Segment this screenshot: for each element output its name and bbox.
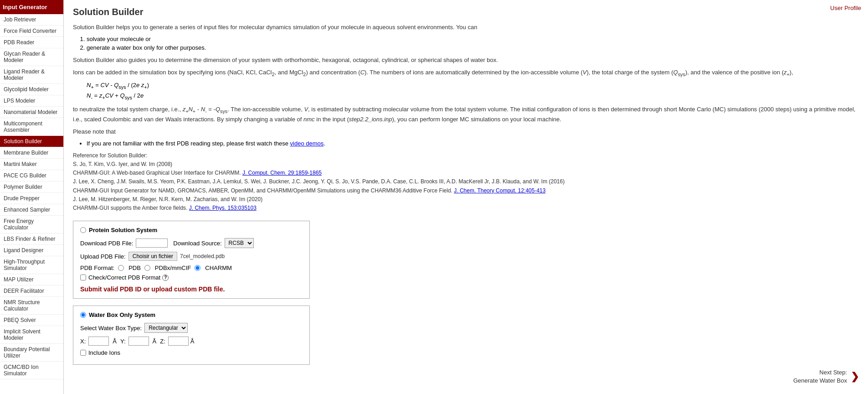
sidebar-item-ligand-designer[interactable]: Ligand Designer [0,245,63,256]
download-pdb-input[interactable] [136,238,168,248]
sidebar-item-gcmc-bd-ion-simulator[interactable]: GCMC/BD Ion Simulator [0,362,63,379]
ref2-authors: J. Lee, X. Cheng, J.M. Swails, M.S. Yeom… [73,177,859,186]
error-text: Submit valid PDB ID or upload custom PDB… [80,285,303,293]
protein-solution-radio[interactable] [80,227,86,233]
water-box-label: Water Box Only System [80,311,303,318]
upload-file-name: 7cel_modeled.pdb [180,253,225,259]
next-step-button[interactable]: Next Step: Generate Water Box ❯ [793,368,859,385]
ref2-link[interactable]: J. Chem. Theory Comput. 12:405-413 [454,187,545,194]
intro-line3: Ions can be added in the simulation box … [73,68,859,78]
neutralize-text: to neutralize the total system charge, i… [73,105,859,124]
upload-pdb-row: Upload PDB File: Choisir un fichier 7cel… [80,252,303,261]
y-label: Y: [120,338,126,345]
format-label: PDB Format: [80,264,114,271]
sidebar-item-membrane-builder[interactable]: Membrane Builder [0,147,63,159]
note-list-item: If you are not familiar with the first P… [87,140,859,147]
water-box-radio[interactable] [80,312,86,318]
water-box-only-box: Water Box Only System Select Water Box T… [73,306,310,365]
format-row: PDB Format: PDB PDBx/mmCIF CHARMM [80,264,303,271]
math-item-2: N- = z+CV + Qsys / 2e [87,92,859,100]
check-format-row: Check/Correct PDB Format ? [80,274,303,281]
download-source-select[interactable]: RCSB PDBe PDBj [225,238,254,248]
sidebar-item-deer-facilitator[interactable]: DEER Facilitator [0,285,63,297]
intro-line1: Solution Builder helps you to generate a… [73,23,859,32]
download-pdb-label: Download PDB File: [80,240,133,247]
sidebar-item-map-utilizer[interactable]: MAP Utilizer [0,274,63,285]
intro-list-item-1: solvate your molecule or [87,36,859,42]
x-label: X: [80,338,86,345]
check-format-label: Check/Correct PDB Format [88,274,160,281]
sidebar-item-ligand-reader-modeler[interactable]: Ligand Reader & Modeler [0,66,63,84]
sidebar-item-glycolipid-modeler[interactable]: Glycolipid Modeler [0,84,63,95]
water-box-type-label: Select Water Box Type: [80,325,142,332]
x-angstrom: Å [113,338,117,345]
ref2-line: CHARMM-GUI Input Generator for NAMD, GRO… [73,187,859,195]
sidebar-item-boundary-potential-utilizer[interactable]: Boundary Potential Utilizer [0,344,63,362]
format-pdbxmmcif-label: PDBx/mmCIF [155,264,191,271]
ref1-authors: S. Jo, T. Kim, V.G. Iyer, and W. Im (200… [73,160,859,169]
help-icon[interactable]: ? [162,275,169,281]
sidebar-item-free-energy-calculator[interactable]: Free Energy Calculator [0,216,63,233]
sidebar-item-nmr-structure-calculator[interactable]: NMR Structure Calculator [0,297,63,315]
sidebar-item-nanomaterial-modeler[interactable]: Nanomaterial Modeler [0,107,63,118]
next-step-arrow-icon: ❯ [851,371,859,383]
sidebar-item-lbs-finder-refiner[interactable]: LBS Finder & Refiner [0,233,63,245]
ref-title: Reference for Solution Builder: [73,151,859,160]
z-angstrom: Å [190,338,195,345]
include-ions-row: Include Ions [80,349,303,356]
math-list: N+ = CV - Qsys / (2e z+) N- = z+CV + Qsy… [87,82,859,100]
sidebar-item-drude-prepper[interactable]: Drude Prepper [0,193,63,204]
next-step-line2: Generate Water Box [793,377,847,385]
sidebar-item-multicomponent-assembler[interactable]: Multicomponent Assembler [0,118,63,136]
ref3-link[interactable]: J. Chem. Phys. 153:035103 [189,205,257,211]
intro-line2: Solution Builder also guides you to dete… [73,56,859,65]
sidebar-item-pbeq-solver[interactable]: PBEQ Solver [0,315,63,326]
ref3-line: CHARMM-GUI supports the Amber force fiel… [73,204,859,213]
x-input[interactable]: 10 [88,337,109,346]
sidebar-item-pdb-reader[interactable]: PDB Reader [0,37,63,48]
sidebar-item-job-retriever[interactable]: Job Retriever [0,14,63,26]
sidebar: Input Generator Job RetrieverForce Field… [0,0,64,394]
choose-file-button[interactable]: Choisir un fichier [128,252,177,261]
main-content: User Profile Solution Builder Solution B… [64,0,868,394]
next-step-line1: Next Step: [793,368,847,377]
page-title: Solution Builder [73,7,859,17]
sidebar-item-glycan-reader-modeler[interactable]: Glycan Reader & Modeler [0,48,63,66]
download-pdb-row: Download PDB File: Download Source: RCSB… [80,238,303,248]
include-ions-checkbox[interactable] [80,350,86,356]
sidebar-items: Job RetrieverForce Field ConverterPDB Re… [0,14,63,379]
water-box-type-row: Select Water Box Type: Rectangular Hexag… [80,323,303,333]
intro-list-item-2: generate a water box only for other purp… [87,44,859,51]
sidebar-item-martini-maker[interactable]: Martini Maker [0,159,63,170]
next-step-label: Next Step: Generate Water Box [793,368,847,385]
z-input[interactable]: 10 [168,337,189,346]
intro-list: solvate your molecule or generate a wate… [87,36,859,51]
sidebar-item-force-field-converter[interactable]: Force Field Converter [0,26,63,37]
z-label: Z: [160,338,165,345]
sidebar-item-high-throughput-simulator[interactable]: High-Throughput Simulator [0,256,63,274]
include-ions-label: Include Ions [88,349,120,356]
protein-solution-label: Protein Solution System [80,227,303,233]
y-input[interactable]: 10 [128,337,149,346]
sidebar-item-pace-cg-builder[interactable]: PACE CG Builder [0,170,63,181]
ref1-link[interactable]: J. Comput. Chem. 29:1859-1865 [242,170,322,176]
user-profile-link[interactable]: User Profile [830,5,861,11]
note-text: Please note that [73,127,859,136]
sidebar-item-solution-builder[interactable]: Solution Builder [0,136,63,147]
check-format-checkbox[interactable] [80,275,86,280]
reference-section: Reference for Solution Builder: S. Jo, T… [73,151,859,213]
format-pdb-radio[interactable] [118,265,124,271]
download-source-label: Download Source: [173,240,221,247]
upload-pdb-label: Upload PDB File: [80,253,126,260]
sidebar-item-implicit-solvent-modeler[interactable]: Implicit Solvent Modeler [0,326,63,344]
sidebar-item-lps-modeler[interactable]: LPS Modeler [0,95,63,107]
water-box-dimensions-row: X: 10 Å Y: 10 Å Z: 10 Å [80,337,303,346]
sidebar-item-enhanced-sampler[interactable]: Enhanced Sampler [0,204,63,216]
format-charmm-radio[interactable] [195,265,200,271]
sidebar-header[interactable]: Input Generator [0,0,63,14]
water-box-type-select[interactable]: Rectangular Hexagonal Octagonal Cylindri… [144,323,188,333]
video-demos-link[interactable]: video demos [290,140,324,147]
sidebar-item-polymer-builder[interactable]: Polymer Builder [0,181,63,193]
note-list: If you are not familiar with the first P… [87,140,859,147]
format-pdbxmmcif-radio[interactable] [144,265,150,271]
